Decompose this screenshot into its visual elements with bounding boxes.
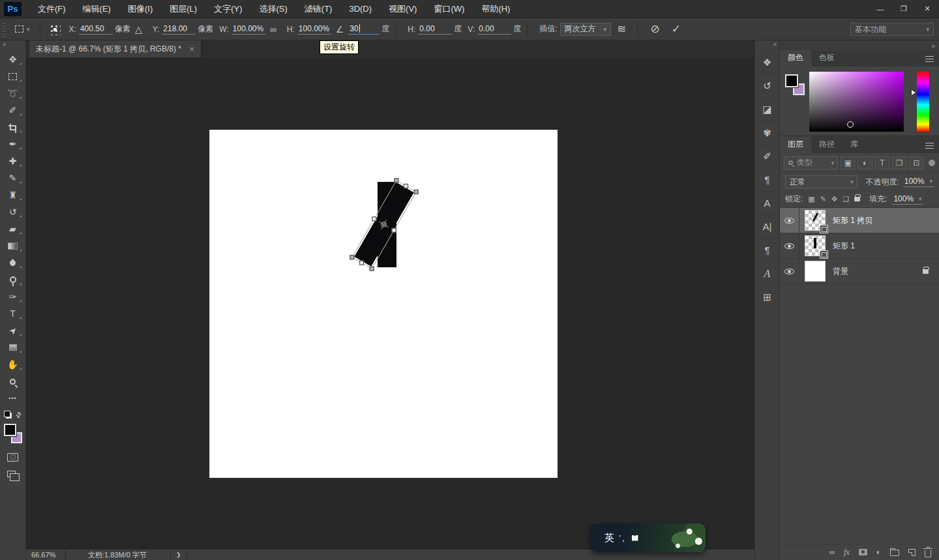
tab-libraries[interactable]: 库 xyxy=(842,136,866,153)
clone-stamp-tool[interactable]: ♜ xyxy=(0,186,26,203)
character-panel-button[interactable]: A| xyxy=(755,215,780,239)
w-value-input[interactable]: 100.00% xyxy=(231,24,265,35)
document-canvas[interactable] xyxy=(209,130,558,478)
menu-layer[interactable]: 图层(L) xyxy=(161,0,205,18)
transform-handle[interactable] xyxy=(392,228,396,232)
crop-tool[interactable] xyxy=(0,119,26,136)
new-layer-button[interactable] xyxy=(908,549,916,556)
maintain-aspect-link-icon[interactable]: ∞ xyxy=(270,25,276,34)
lock-transparency-button[interactable]: ▦ xyxy=(808,195,814,203)
filter-toggle-pin[interactable] xyxy=(929,160,935,166)
tab-close-icon[interactable]: ✕ xyxy=(189,46,194,53)
menu-window[interactable]: 窗口(W) xyxy=(425,0,473,18)
layer-name[interactable]: 矩形 1 xyxy=(833,241,855,252)
ime-mode-indicator[interactable]: 英 xyxy=(604,532,614,544)
opacity-input[interactable]: 100% ▾ xyxy=(903,177,934,187)
menu-select[interactable]: 选择(S) xyxy=(250,0,295,18)
fill-input[interactable]: 100% ▾ xyxy=(892,194,923,205)
screen-mode-button[interactable] xyxy=(0,465,26,482)
type-tool[interactable]: T xyxy=(0,305,26,322)
transform-handle[interactable] xyxy=(370,267,374,271)
brush-settings-panel-button[interactable]: ✐ xyxy=(755,145,780,168)
dodge-tool[interactable] xyxy=(0,271,26,288)
navigator-panel-button[interactable]: ◪ xyxy=(755,98,780,121)
tab-swatches[interactable]: 色板 xyxy=(811,50,842,66)
quick-selection-tool[interactable]: ✐ xyxy=(0,102,26,119)
tab-color[interactable]: 颜色 xyxy=(780,50,811,66)
reference-point-locator[interactable] xyxy=(49,23,61,35)
restore-button[interactable]: ❐ xyxy=(892,0,916,18)
dock-collapse-button[interactable]: « xyxy=(755,40,779,51)
ime-status-bar[interactable]: 英 ’, xyxy=(590,523,706,552)
layer-thumbnail[interactable] xyxy=(805,236,825,256)
relative-position-toggle[interactable]: △ xyxy=(135,25,142,34)
marquee-tool[interactable] xyxy=(0,68,26,85)
blur-tool[interactable] xyxy=(0,254,26,271)
path-selection-tool[interactable]: ➤ xyxy=(0,322,26,339)
color-field-cursor[interactable] xyxy=(847,121,854,128)
tab-layers[interactable]: 图层 xyxy=(780,136,811,153)
delete-layer-button[interactable] xyxy=(925,550,931,557)
eyedropper-tool[interactable]: ✒ xyxy=(0,136,26,153)
transform-handle[interactable] xyxy=(350,255,354,259)
filter-type-layers-button[interactable]: T xyxy=(875,156,889,169)
menu-view[interactable]: 视图(V) xyxy=(380,0,425,18)
gradient-tool[interactable] xyxy=(0,237,26,254)
v-skew-input[interactable]: 0.00 xyxy=(477,24,511,35)
add-layer-mask-button[interactable] xyxy=(859,549,867,555)
menu-help[interactable]: 帮助(H) xyxy=(473,0,518,18)
rotation-angle-input[interactable]: 30 xyxy=(348,24,380,35)
layer-row-rectangle-1[interactable]: 矩形 1 xyxy=(780,233,939,259)
menu-3d[interactable]: 3D(D) xyxy=(340,0,380,18)
layer-name[interactable]: 矩形 1 拷贝 xyxy=(833,215,872,226)
layer-row-background[interactable]: 背景 xyxy=(780,259,939,284)
visibility-toggle[interactable] xyxy=(780,208,799,233)
menu-file[interactable]: 文件(F) xyxy=(29,0,74,18)
transform-handle[interactable] xyxy=(404,184,408,188)
transform-handle[interactable] xyxy=(414,190,419,194)
visibility-toggle[interactable] xyxy=(780,259,799,284)
swap-colors-button[interactable]: ⇄ xyxy=(14,409,24,420)
pen-tool[interactable]: ✑ xyxy=(0,288,26,305)
shape-tool[interactable] xyxy=(0,339,26,356)
layer-thumbnail[interactable] xyxy=(805,211,825,230)
hue-slider[interactable] xyxy=(917,72,929,132)
quick-mask-button[interactable] xyxy=(0,449,26,465)
menu-type[interactable]: 文字(Y) xyxy=(205,0,250,18)
lasso-tool[interactable]: ➰ xyxy=(0,85,26,102)
lock-all-button[interactable] xyxy=(854,197,860,201)
tool-preset-picker[interactable]: ▾ xyxy=(15,25,30,33)
zoom-level-input[interactable]: 66.67% xyxy=(31,551,65,559)
x-value-input[interactable]: 400.50 xyxy=(79,24,113,35)
toolbar-expand-button[interactable]: » xyxy=(0,40,25,51)
menu-filter[interactable]: 滤镜(T) xyxy=(296,0,341,18)
properties-panel-button[interactable]: ❖ xyxy=(755,51,780,74)
paragraph-panel-button[interactable]: ¶ xyxy=(755,239,780,262)
transform-handle[interactable] xyxy=(372,216,377,221)
glyphs-panel-button[interactable]: A xyxy=(755,262,780,286)
h-skew-input[interactable]: 0.00 xyxy=(418,24,452,35)
more-tools-button[interactable]: ••• xyxy=(0,390,26,407)
layer-style-button[interactable]: fx xyxy=(844,548,850,557)
transform-handle[interactable] xyxy=(359,261,364,265)
ime-punctuation-indicator[interactable]: ’, xyxy=(619,533,626,543)
healing-brush-tool[interactable]: ✚ xyxy=(0,153,26,169)
menu-image[interactable]: 图像(I) xyxy=(119,0,161,18)
link-layers-button[interactable]: ∞ xyxy=(829,548,835,557)
hand-tool[interactable]: ✋ xyxy=(0,356,26,373)
layer-filter-type-select[interactable]: 类型 ▾ xyxy=(784,156,838,169)
hue-slider-marker[interactable] xyxy=(912,90,916,95)
panel-menu-icon[interactable] xyxy=(925,56,934,62)
paragraph-styles-panel-button[interactable]: ¶ xyxy=(755,168,780,192)
lock-artboard-button[interactable]: ❏ xyxy=(842,195,849,203)
blend-mode-select[interactable]: 正常 ▾ xyxy=(785,175,857,188)
zoom-tool[interactable] xyxy=(0,373,26,390)
eraser-tool[interactable]: ▰ xyxy=(0,220,26,237)
options-bar-grip[interactable] xyxy=(2,22,6,37)
move-tool[interactable]: ✥ xyxy=(0,51,26,68)
lock-position-button[interactable]: ✥ xyxy=(831,195,837,203)
workspace-select[interactable]: 基本功能 ▾ xyxy=(850,23,934,36)
layer-thumbnail[interactable] xyxy=(805,261,825,281)
h-value-input[interactable]: 100.00% xyxy=(297,24,331,35)
history-panel-button[interactable]: ↺ xyxy=(755,74,780,98)
